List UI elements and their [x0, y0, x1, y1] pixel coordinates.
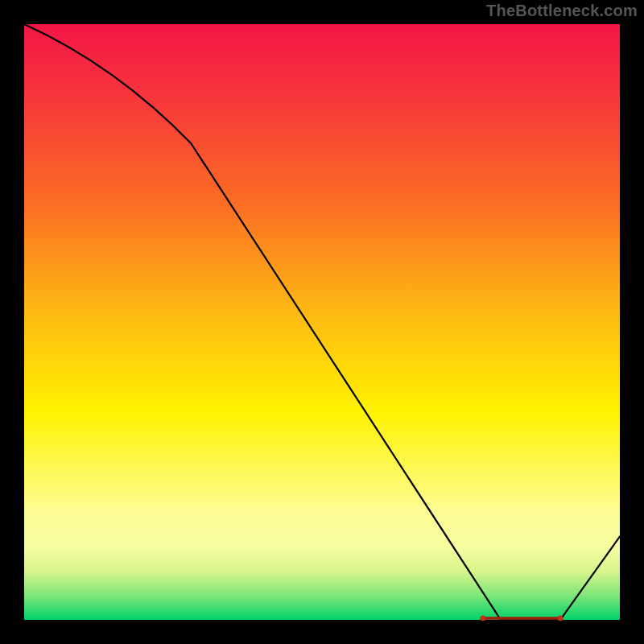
segment-marker-dot-right: [558, 616, 563, 621]
watermark-label: TheBottleneck.com: [486, 2, 638, 20]
plot-area: [24, 24, 620, 620]
chart-svg: [24, 24, 620, 620]
data-curve: [24, 24, 620, 620]
chart-container: TheBottleneck.com: [0, 0, 644, 644]
segment-marker-dot-left: [481, 616, 485, 621]
